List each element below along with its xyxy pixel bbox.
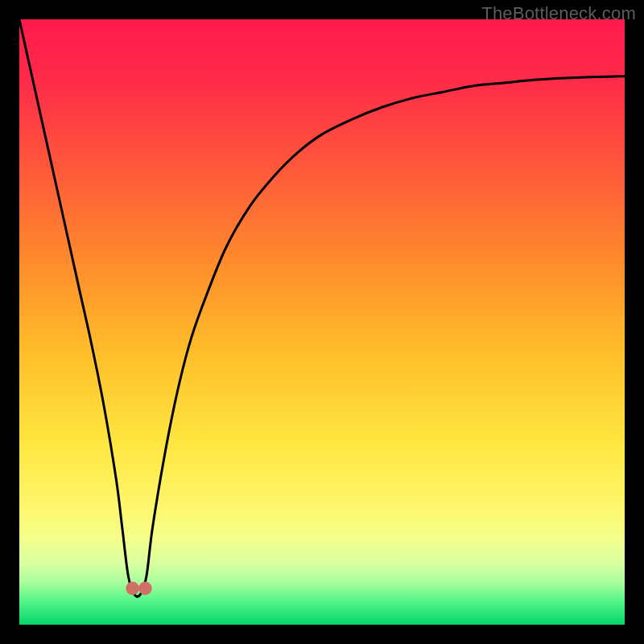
gradient-background <box>19 19 625 625</box>
plot-area <box>19 19 625 625</box>
chart-svg <box>19 19 625 625</box>
outer-frame: TheBottleneck.com <box>0 0 644 644</box>
min-left-marker <box>126 582 139 596</box>
min-right-marker <box>138 582 152 596</box>
